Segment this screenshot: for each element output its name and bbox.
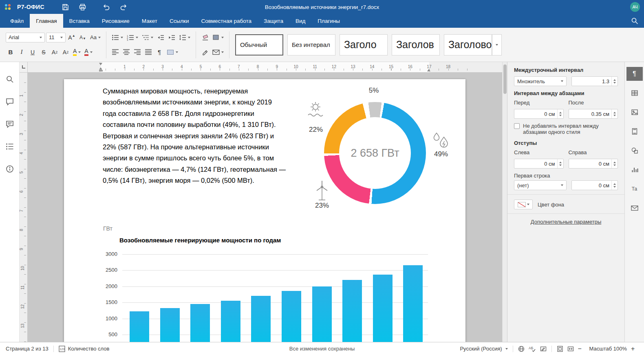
right-spinner[interactable] xyxy=(611,159,618,168)
italic-icon[interactable]: I xyxy=(17,47,26,58)
zoom-in-icon[interactable]: + xyxy=(631,345,638,353)
language-globe-icon[interactable] xyxy=(518,346,525,352)
scrollbar-thumb[interactable] xyxy=(503,64,507,94)
search-icon[interactable] xyxy=(4,73,15,85)
donut-chart[interactable]: 2 658 ГВт 5% 22% 49% 23% xyxy=(307,83,502,224)
word-count-label[interactable]: Количество слов xyxy=(68,346,110,352)
style-item-2[interactable]: Заголо xyxy=(340,34,388,55)
about-icon[interactable] xyxy=(4,163,15,175)
language-select[interactable]: Русский (Россия) xyxy=(460,346,507,352)
align-right-icon[interactable] xyxy=(132,47,142,58)
page[interactable]: Суммарная мировая мощность, генерируемая… xyxy=(64,79,465,342)
left-indent-marker[interactable] xyxy=(99,70,103,71)
before-spinner[interactable] xyxy=(557,109,563,118)
justify-icon[interactable] xyxy=(143,47,153,58)
style-item-1[interactable]: Без интервал xyxy=(287,34,335,55)
left-spinner[interactable] xyxy=(557,159,563,168)
font-size-combo[interactable]: 11 xyxy=(46,33,66,42)
print-icon[interactable] xyxy=(77,1,88,13)
line-spacing-value-input[interactable] xyxy=(571,76,618,86)
menu-tab-6[interactable]: Совместная работа xyxy=(195,14,258,28)
line-spacing-input[interactable] xyxy=(572,77,612,86)
checkbox-box[interactable] xyxy=(514,123,520,129)
first-line-indent-marker[interactable] xyxy=(99,63,102,65)
bar-chart[interactable]: ГВт Возобновляемые генерирующие мощности… xyxy=(64,222,465,342)
menu-tab-2[interactable]: Вставка xyxy=(63,14,96,28)
multilevel-list-icon[interactable] xyxy=(141,32,154,43)
menu-tab-8[interactable]: Вид xyxy=(289,14,311,28)
fit-page-icon[interactable] xyxy=(557,346,563,352)
align-center-icon[interactable] xyxy=(121,47,131,58)
mail-merge-icon[interactable] xyxy=(211,47,225,58)
paragraph-settings-icon[interactable]: ¶ xyxy=(626,67,643,81)
zoom-out-icon[interactable]: − xyxy=(578,345,585,353)
right-input[interactable] xyxy=(569,159,612,168)
first-line-value-input[interactable] xyxy=(571,180,618,190)
avatar[interactable]: АЧ xyxy=(630,2,640,12)
strikethrough-icon[interactable]: S xyxy=(39,47,49,58)
first-line-spinner[interactable] xyxy=(611,181,618,190)
comments-icon[interactable] xyxy=(4,96,15,107)
nonprinting-chars-icon[interactable]: ¶ xyxy=(154,47,164,58)
highlight-color-icon[interactable]: A xyxy=(72,47,82,58)
bullets-icon[interactable] xyxy=(110,32,124,43)
same-style-checkbox[interactable]: Не добавлять интервал между абзацами одн… xyxy=(514,123,618,135)
spellcheck-icon[interactable]: АБ xyxy=(529,346,536,352)
zoom-level[interactable]: Масштаб 100% xyxy=(589,346,627,352)
font-color-icon[interactable]: A xyxy=(83,47,93,58)
after-spinner[interactable] xyxy=(611,109,618,118)
indent-right-input[interactable] xyxy=(569,159,618,169)
first-line-input[interactable] xyxy=(572,181,612,190)
spacing-before-input[interactable] xyxy=(514,109,564,119)
indent-left-input[interactable] xyxy=(514,159,564,169)
word-count-icon[interactable]: 123 xyxy=(59,346,65,352)
undo-icon[interactable] xyxy=(101,1,112,13)
style-item-4[interactable]: Заголово xyxy=(444,34,492,55)
before-input[interactable] xyxy=(514,109,557,118)
subscript-icon[interactable]: A2 xyxy=(61,47,71,58)
underline-icon[interactable]: U xyxy=(28,47,37,58)
menu-tab-7[interactable]: Защита xyxy=(258,14,289,28)
navigation-icon[interactable] xyxy=(4,141,15,152)
first-line-type-select[interactable]: (нет) xyxy=(514,180,567,190)
feedback-icon[interactable] xyxy=(4,118,15,130)
line-spacing-type-select[interactable]: Множитель xyxy=(514,76,567,86)
decrease-font-icon[interactable]: A▼ xyxy=(78,32,88,43)
increase-font-icon[interactable]: A▲ xyxy=(67,32,77,43)
shading-icon[interactable] xyxy=(165,47,179,58)
background-color-picker[interactable] xyxy=(514,200,533,209)
style-item-3[interactable]: Заголов xyxy=(392,34,440,55)
line-spacing-icon[interactable] xyxy=(178,32,192,43)
hanging-indent-marker[interactable] xyxy=(99,67,102,70)
numbering-icon[interactable]: 123 xyxy=(126,32,139,43)
menu-tab-9[interactable]: Плагины xyxy=(311,14,346,28)
decrease-indent-icon[interactable] xyxy=(156,32,165,43)
page-indicator[interactable]: Страница 2 из 13 xyxy=(6,346,49,352)
vertical-ruler[interactable]: 12345678910111213 xyxy=(20,73,28,342)
style-item-0[interactable]: Обычный xyxy=(235,34,283,55)
document-canvas[interactable]: Суммарная мировая мощность, генерируемая… xyxy=(28,73,502,342)
menu-tab-4[interactable]: Макет xyxy=(136,14,163,28)
image-settings-icon[interactable] xyxy=(626,105,643,119)
copy-style-icon[interactable] xyxy=(200,47,210,58)
superscript-icon[interactable]: A2 xyxy=(50,47,60,58)
shape-settings-icon[interactable] xyxy=(626,144,643,158)
change-case-icon[interactable]: Aa xyxy=(89,32,102,43)
headerfooter-settings-icon[interactable] xyxy=(626,124,643,138)
increase-indent-icon[interactable] xyxy=(167,32,176,43)
document-paragraph[interactable]: Суммарная мировая мощность, генерируемая… xyxy=(103,86,287,186)
align-left-icon[interactable] xyxy=(110,47,120,58)
menu-tab-5[interactable]: Ссылки xyxy=(163,14,195,28)
font-name-combo[interactable]: Arial xyxy=(6,33,45,42)
menu-tab-3[interactable]: Рисование xyxy=(96,14,136,28)
advanced-settings-link[interactable]: Дополнительные параметры xyxy=(514,219,618,225)
redo-icon[interactable] xyxy=(118,1,129,13)
vertical-scrollbar[interactable] xyxy=(502,62,507,342)
spacing-after-input[interactable] xyxy=(569,109,618,119)
bold-icon[interactable]: B xyxy=(6,47,15,58)
line-spacing-spinner[interactable] xyxy=(611,77,618,86)
table-settings-icon[interactable] xyxy=(626,86,643,100)
save-icon[interactable] xyxy=(60,1,71,13)
style-gallery-expand[interactable] xyxy=(492,34,502,55)
fit-width-icon[interactable] xyxy=(567,346,574,352)
